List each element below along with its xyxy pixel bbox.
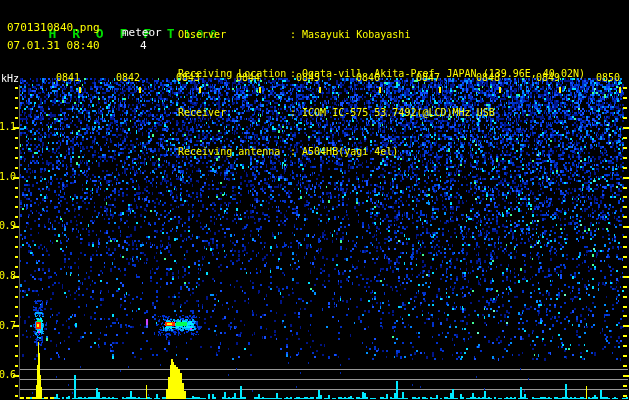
freq-label: 0.7 xyxy=(0,320,13,331)
info-colon: : xyxy=(290,107,296,118)
time-label: 0850 xyxy=(594,72,620,83)
time-label: 0848 xyxy=(474,72,500,83)
freq-label: 1.0 xyxy=(0,171,13,182)
observation-datetime: 07.01.31 08:40 xyxy=(7,39,100,52)
info-value: Masayuki Kobayashi xyxy=(302,29,410,40)
freq-unit-label: kHz xyxy=(1,73,19,84)
info-row-receiver: Receiver:ICOM IC-575 53.7492(@LCD)MHz US… xyxy=(178,106,585,119)
info-colon: : xyxy=(290,29,296,40)
time-label: 0844 xyxy=(234,72,260,83)
info-label: Receiver xyxy=(178,106,290,119)
info-value: ICOM IC-575 53.7492(@LCD)MHz USB xyxy=(302,107,495,118)
info-row-observer: Observer:Masayuki Kobayashi xyxy=(178,28,585,41)
time-label: 0843 xyxy=(174,72,200,83)
time-label: 0849 xyxy=(534,72,560,83)
info-row-antenna: Receiving antenna:A504HB(yagi 4el) xyxy=(178,145,585,158)
meteor-count-value: 4 xyxy=(140,39,147,52)
freq-label: 0.6 xyxy=(0,369,13,380)
info-label: Receiving antenna xyxy=(178,145,290,158)
hrofft-screen: H R O F F T1.0.0 0701310840.png 07.01.31… xyxy=(0,0,629,400)
time-label: 0846 xyxy=(354,72,380,83)
info-value: A504HB(yagi 4el) xyxy=(302,146,398,157)
freq-label: 0.9 xyxy=(0,220,13,231)
output-filename: 0701310840.png xyxy=(7,21,100,34)
info-colon: : xyxy=(290,146,296,157)
time-label: 0842 xyxy=(114,72,140,83)
meteor-count-label: meteor xyxy=(122,26,162,39)
time-label: 0847 xyxy=(414,72,440,83)
time-label: 0841 xyxy=(54,72,80,83)
station-info: Observer:Masayuki Kobayashi Receiving Lo… xyxy=(178,2,585,184)
freq-label: 1.1 xyxy=(0,121,13,132)
info-label: Observer xyxy=(178,28,290,41)
time-label: 0845 xyxy=(294,72,320,83)
freq-label: 0.8 xyxy=(0,270,13,281)
